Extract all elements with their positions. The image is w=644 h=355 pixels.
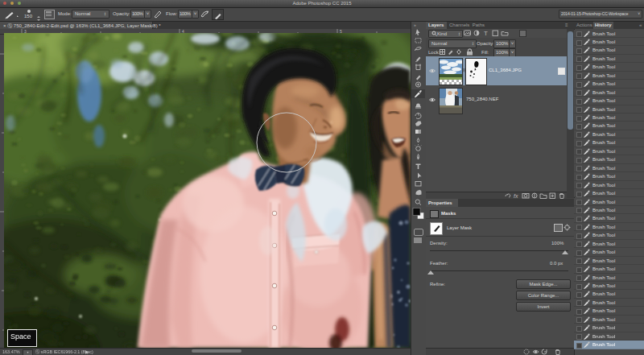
svg-text:T: T (484, 30, 488, 36)
svg-text:fx: fx (514, 193, 518, 199)
